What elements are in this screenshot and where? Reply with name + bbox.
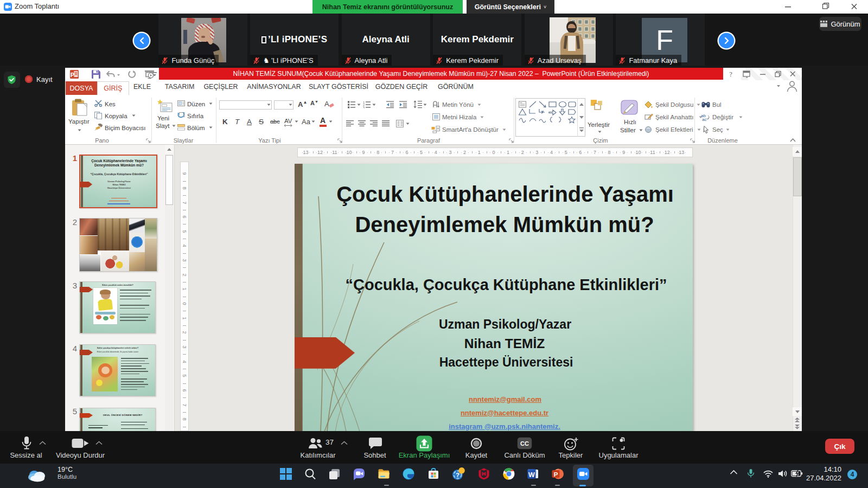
svg-text:P: P — [71, 72, 74, 78]
svg-text:3: 3 — [363, 106, 365, 109]
svg-text:A: A — [324, 100, 329, 108]
svg-text:CC: CC — [520, 440, 529, 447]
svg-text:?: ? — [729, 70, 732, 78]
svg-text:?: ? — [456, 472, 459, 478]
svg-text:ac: ac — [702, 117, 706, 121]
svg-text:W: W — [528, 471, 535, 479]
svg-text:P: P — [554, 471, 558, 478]
